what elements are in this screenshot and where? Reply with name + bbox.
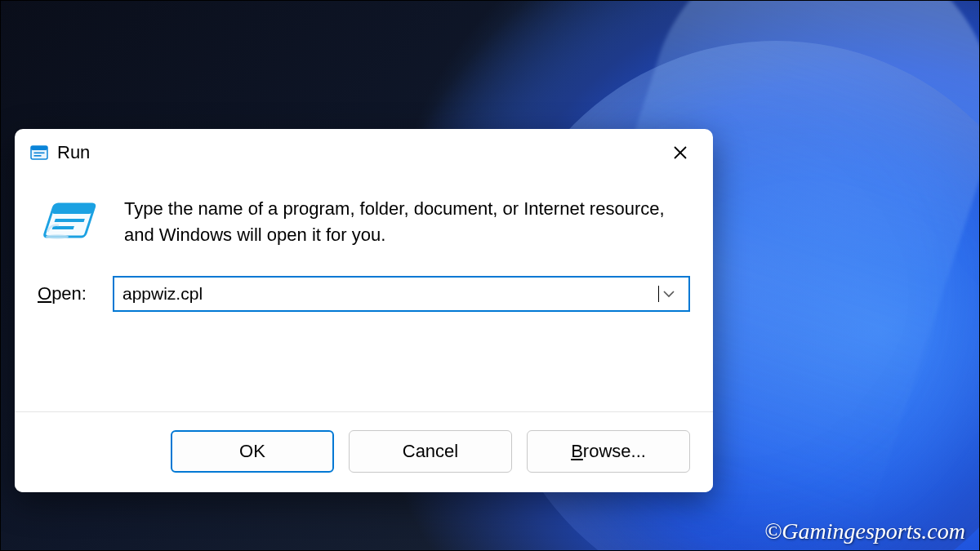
close-button[interactable]: [654, 133, 706, 172]
svg-rect-8: [55, 219, 85, 222]
open-row: Open: appwiz.cpl: [38, 276, 690, 312]
chevron-down-icon[interactable]: [657, 290, 680, 298]
svg-rect-1: [31, 146, 47, 150]
open-input-value[interactable]: appwiz.cpl: [122, 284, 657, 304]
description-row: Type the name of a program, folder, docu…: [38, 196, 690, 248]
svg-rect-3: [34, 155, 42, 157]
ok-button[interactable]: OK: [171, 430, 334, 473]
run-dialog: Run Type the: [15, 129, 713, 492]
cancel-button[interactable]: Cancel: [349, 430, 512, 473]
open-label: Open:: [38, 283, 101, 304]
run-large-icon: [38, 196, 103, 248]
svg-rect-9: [52, 226, 74, 229]
run-icon: [29, 143, 49, 162]
titlebar[interactable]: Run: [15, 129, 713, 176]
open-combobox[interactable]: appwiz.cpl: [113, 276, 690, 312]
svg-point-10: [46, 234, 69, 239]
description-text: Type the name of a program, folder, docu…: [124, 196, 690, 248]
dialog-footer: OK Cancel Browse...: [15, 411, 713, 492]
browse-button[interactable]: Browse...: [527, 430, 690, 473]
dialog-title: Run: [57, 142, 654, 163]
watermark: ©Gamingesports.com: [764, 518, 965, 544]
dialog-body: Type the name of a program, folder, docu…: [15, 176, 713, 411]
svg-rect-7: [51, 204, 96, 214]
close-icon: [673, 145, 688, 160]
svg-rect-2: [34, 153, 45, 154]
